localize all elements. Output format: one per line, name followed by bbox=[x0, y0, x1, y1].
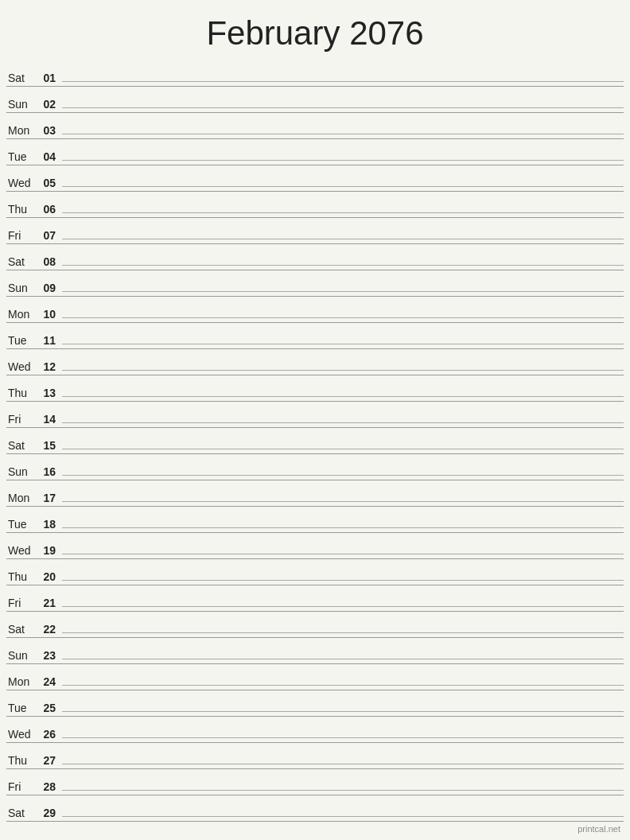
day-number: 08 bbox=[38, 255, 62, 268]
day-line bbox=[62, 239, 624, 239]
day-number: 23 bbox=[38, 649, 62, 662]
day-row: Tue25 bbox=[6, 690, 624, 717]
day-number: 19 bbox=[38, 544, 62, 557]
day-row: Thu27 bbox=[6, 743, 624, 769]
day-line bbox=[62, 344, 624, 344]
day-name: Wed bbox=[6, 360, 38, 373]
day-number: 13 bbox=[38, 387, 62, 399]
day-row: Sat08 bbox=[6, 244, 624, 270]
day-name: Sun bbox=[6, 465, 38, 478]
day-number: 02 bbox=[38, 98, 62, 111]
day-name: Sat bbox=[6, 439, 38, 452]
day-name: Thu bbox=[6, 570, 38, 583]
day-line bbox=[62, 606, 624, 607]
day-number: 22 bbox=[38, 623, 62, 636]
day-name: Sun bbox=[6, 98, 38, 111]
day-line bbox=[62, 475, 624, 476]
day-row: Wed05 bbox=[6, 165, 624, 192]
day-line bbox=[62, 265, 624, 266]
day-number: 12 bbox=[38, 360, 62, 373]
day-line bbox=[62, 501, 624, 502]
day-row: Wed26 bbox=[6, 717, 624, 743]
day-row: Fri21 bbox=[6, 585, 624, 612]
day-line bbox=[62, 212, 624, 213]
day-number: 26 bbox=[38, 728, 62, 741]
day-row: Tue18 bbox=[6, 507, 624, 533]
day-number: 15 bbox=[38, 439, 62, 452]
day-row: Thu06 bbox=[6, 192, 624, 218]
day-line bbox=[62, 632, 624, 633]
day-number: 09 bbox=[38, 282, 62, 294]
day-name: Tue bbox=[6, 518, 38, 531]
day-line bbox=[62, 711, 624, 712]
day-line bbox=[62, 737, 624, 738]
day-name: Sat bbox=[6, 255, 38, 268]
day-number: 16 bbox=[38, 465, 62, 478]
day-number: 29 bbox=[38, 807, 62, 819]
day-row: Mon10 bbox=[6, 297, 624, 323]
day-row: Fri07 bbox=[6, 218, 624, 244]
day-number: 04 bbox=[38, 150, 62, 163]
day-row: Thu13 bbox=[6, 375, 624, 402]
day-line bbox=[62, 449, 624, 449]
day-row: Wed12 bbox=[6, 349, 624, 375]
day-line bbox=[62, 160, 624, 161]
day-line bbox=[62, 685, 624, 686]
day-row: Sat15 bbox=[6, 428, 624, 454]
day-line bbox=[62, 396, 624, 397]
day-number: 25 bbox=[38, 702, 62, 714]
day-number: 05 bbox=[38, 177, 62, 189]
day-number: 21 bbox=[38, 597, 62, 609]
day-line bbox=[62, 134, 624, 134]
calendar-list: Sat01Sun02Mon03Tue04Wed05Thu06Fri07Sat08… bbox=[0, 60, 630, 822]
day-line bbox=[62, 790, 624, 791]
day-row: Fri14 bbox=[6, 402, 624, 428]
day-number: 28 bbox=[38, 780, 62, 793]
day-name: Tue bbox=[6, 150, 38, 163]
day-name: Mon bbox=[6, 308, 38, 321]
day-number: 07 bbox=[38, 229, 62, 242]
day-row: Sat29 bbox=[6, 795, 624, 822]
day-row: Sat01 bbox=[6, 60, 624, 87]
day-number: 24 bbox=[38, 675, 62, 688]
day-line bbox=[62, 659, 624, 659]
day-name: Sat bbox=[6, 807, 38, 819]
day-line bbox=[62, 580, 624, 581]
day-name: Wed bbox=[6, 544, 38, 557]
day-name: Tue bbox=[6, 334, 38, 347]
day-number: 17 bbox=[38, 492, 62, 504]
day-number: 06 bbox=[38, 203, 62, 216]
day-row: Sat22 bbox=[6, 612, 624, 638]
day-name: Mon bbox=[6, 124, 38, 137]
day-name: Fri bbox=[6, 780, 38, 793]
day-name: Thu bbox=[6, 203, 38, 216]
day-name: Fri bbox=[6, 229, 38, 242]
day-row: Sun16 bbox=[6, 454, 624, 480]
day-line bbox=[62, 291, 624, 292]
day-line bbox=[62, 527, 624, 528]
day-number: 14 bbox=[38, 413, 62, 426]
day-row: Mon17 bbox=[6, 480, 624, 507]
page-title: February 2076 bbox=[0, 0, 630, 60]
day-name: Sun bbox=[6, 282, 38, 294]
day-line bbox=[62, 186, 624, 187]
day-line bbox=[62, 422, 624, 423]
day-name: Mon bbox=[6, 675, 38, 688]
day-name: Fri bbox=[6, 597, 38, 609]
day-name: Sat bbox=[6, 72, 38, 84]
day-line bbox=[62, 554, 624, 554]
day-row: Sun09 bbox=[6, 270, 624, 297]
day-row: Sun02 bbox=[6, 87, 624, 113]
day-name: Wed bbox=[6, 728, 38, 741]
day-name: Mon bbox=[6, 492, 38, 504]
day-line bbox=[62, 107, 624, 108]
day-row: Tue04 bbox=[6, 139, 624, 165]
day-name: Tue bbox=[6, 702, 38, 714]
day-line bbox=[62, 764, 624, 764]
day-row: Thu20 bbox=[6, 559, 624, 585]
day-line bbox=[62, 81, 624, 82]
day-row: Tue11 bbox=[6, 323, 624, 349]
day-number: 20 bbox=[38, 570, 62, 583]
day-row: Mon03 bbox=[6, 113, 624, 139]
day-number: 03 bbox=[38, 124, 62, 137]
